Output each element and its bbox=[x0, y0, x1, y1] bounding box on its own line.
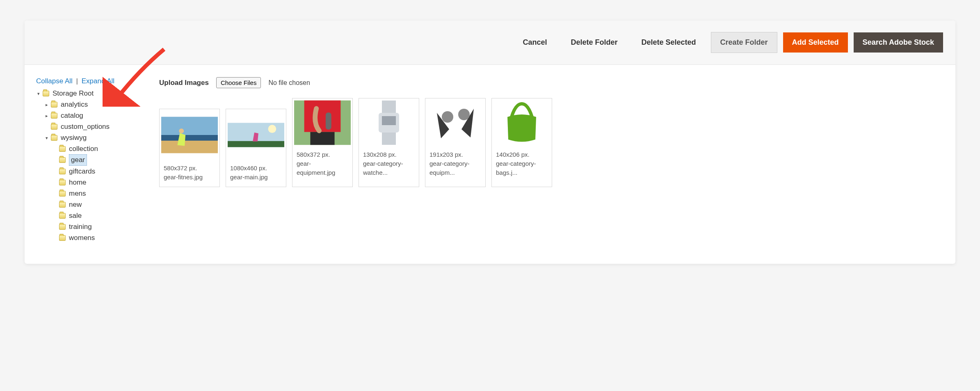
svg-point-16 bbox=[458, 109, 470, 120]
thumbnail-filename: gear-category-watche... bbox=[363, 159, 415, 177]
thumbnail-dimensions: 580x372 px. bbox=[297, 150, 348, 159]
tree-node-collection[interactable]: ▸collection bbox=[53, 144, 98, 154]
tree-node-custom-options[interactable]: ▸ custom_options bbox=[44, 121, 110, 132]
thumbnail-filename: gear-category-equipm... bbox=[429, 159, 481, 177]
thumbnail-item[interactable]: 191x203 px. gear-category-equipm... bbox=[425, 98, 486, 187]
tree-label: gear bbox=[69, 154, 87, 166]
tree-node-gear[interactable]: ▸gear bbox=[53, 154, 87, 166]
expand-all-link[interactable]: Expand All bbox=[82, 77, 114, 85]
expand-icon[interactable]: ▸ bbox=[44, 99, 49, 110]
svg-rect-8 bbox=[304, 101, 341, 132]
thumbnail-filename: gear-equipment.jpg bbox=[297, 159, 348, 177]
create-folder-button[interactable]: Create Folder bbox=[711, 32, 777, 53]
svg-rect-9 bbox=[310, 132, 334, 145]
tree-label: collection bbox=[69, 144, 98, 154]
svg-rect-13 bbox=[382, 116, 396, 125]
tree-label: catalog bbox=[61, 110, 83, 121]
choose-files-button[interactable]: Choose Files bbox=[216, 77, 261, 88]
tree-node-training[interactable]: ▸training bbox=[53, 222, 92, 232]
thumbnail-item[interactable]: 1080x460 px. gear-main.jpg bbox=[226, 109, 286, 187]
upload-row: Upload Images Choose Files No file chose… bbox=[159, 77, 944, 88]
thumbnail-dimensions: 580x372 px. bbox=[164, 164, 215, 173]
svg-point-3 bbox=[179, 128, 184, 133]
folder-icon bbox=[59, 202, 66, 208]
folder-icon bbox=[59, 157, 66, 163]
tree-label: sale bbox=[69, 210, 82, 221]
search-adobe-stock-button[interactable]: Search Adobe Stock bbox=[854, 32, 943, 53]
thumbnail-dimensions: 191x203 px. bbox=[429, 150, 481, 159]
tree-node-new[interactable]: ▸new bbox=[53, 199, 82, 210]
tree-label: training bbox=[69, 222, 92, 232]
svg-rect-11 bbox=[382, 101, 396, 113]
tree-node-catalog[interactable]: ▸ catalog bbox=[44, 110, 83, 121]
folder-icon bbox=[59, 180, 66, 185]
folder-icon bbox=[59, 213, 66, 219]
tree-node-wysiwyg[interactable]: ▾ wysiwyg bbox=[44, 133, 87, 143]
tree-label: giftcards bbox=[69, 166, 95, 177]
media-storage-panel: Cancel Delete Folder Delete Selected Cre… bbox=[25, 21, 955, 264]
thumbnail-image bbox=[226, 109, 286, 160]
delete-selected-button[interactable]: Delete Selected bbox=[632, 32, 705, 53]
sidebar: Collapse All | Expand All ▾ Storage Root bbox=[36, 77, 143, 243]
upload-label: Upload Images bbox=[159, 79, 209, 87]
thumbnail-item[interactable]: 130x208 px. gear-category-watche... bbox=[359, 98, 419, 187]
tree-node-sale[interactable]: ▸sale bbox=[53, 210, 82, 221]
svg-rect-6 bbox=[228, 141, 284, 147]
thumbnail-item[interactable]: 140x206 px. gear-category-bags.j... bbox=[491, 98, 552, 187]
tree-node-womens[interactable]: ▸womens bbox=[53, 233, 95, 243]
thumbnail-image bbox=[160, 109, 219, 160]
toolbar: Cancel Delete Folder Delete Selected Cre… bbox=[25, 21, 955, 65]
collapse-icon[interactable]: ▾ bbox=[36, 88, 41, 99]
svg-rect-2 bbox=[161, 135, 218, 141]
tree-label: new bbox=[69, 199, 82, 210]
tree-label: womens bbox=[69, 233, 95, 243]
tree-node-home[interactable]: ▸home bbox=[53, 177, 87, 188]
folder-icon bbox=[59, 169, 66, 174]
tree-node-analytics[interactable]: ▸ analytics bbox=[44, 99, 88, 110]
thumbnail-dimensions: 1080x460 px. bbox=[230, 164, 282, 173]
thumbnail-filename: gear-category-bags.j... bbox=[496, 159, 548, 177]
svg-rect-10 bbox=[326, 112, 331, 129]
upload-status: No file chosen bbox=[268, 79, 310, 87]
folder-icon bbox=[51, 135, 57, 141]
folder-icon bbox=[51, 102, 57, 107]
svg-rect-1 bbox=[161, 139, 218, 153]
tree-label: wysiwyg bbox=[61, 133, 87, 143]
tree-label: analytics bbox=[61, 99, 88, 110]
svg-rect-14 bbox=[382, 133, 396, 145]
delete-folder-button[interactable]: Delete Folder bbox=[562, 32, 626, 53]
tree-node-storage-root[interactable]: ▾ Storage Root bbox=[36, 88, 94, 99]
tree-label: custom_options bbox=[61, 121, 110, 132]
collapse-icon[interactable]: ▾ bbox=[44, 133, 49, 143]
folder-tree: ▾ Storage Root ▸ analytics bbox=[36, 88, 143, 243]
tree-actions-separator: | bbox=[76, 77, 78, 85]
folder-icon bbox=[59, 146, 66, 152]
cancel-button[interactable]: Cancel bbox=[514, 32, 556, 53]
main-content: Upload Images Choose Files No file chose… bbox=[159, 77, 944, 243]
folder-icon bbox=[51, 124, 57, 130]
thumbnail-grid: 580x372 px. gear-fitnes.jpg bbox=[159, 98, 944, 187]
thumbnail-image bbox=[425, 98, 485, 147]
add-selected-button[interactable]: Add Selected bbox=[783, 32, 848, 53]
folder-icon bbox=[59, 191, 66, 197]
svg-point-5 bbox=[268, 125, 276, 133]
tree-label: home bbox=[69, 177, 87, 188]
tree-actions: Collapse All | Expand All bbox=[36, 77, 143, 85]
tree-node-giftcards[interactable]: ▸giftcards bbox=[53, 166, 95, 177]
folder-icon bbox=[59, 224, 66, 230]
folder-icon bbox=[43, 91, 49, 96]
thumbnail-image bbox=[492, 98, 552, 147]
collapse-all-link[interactable]: Collapse All bbox=[36, 77, 73, 85]
tree-node-mens[interactable]: ▸mens bbox=[53, 188, 86, 199]
thumbnail-dimensions: 130x208 px. bbox=[363, 150, 415, 159]
folder-icon bbox=[51, 113, 57, 119]
expand-icon[interactable]: ▸ bbox=[44, 110, 49, 121]
thumbnail-dimensions: 140x206 px. bbox=[496, 150, 548, 159]
tree-label: Storage Root bbox=[53, 88, 94, 99]
thumbnail-image bbox=[292, 98, 352, 147]
thumbnail-item[interactable]: 580x372 px. gear-equipment.jpg bbox=[292, 98, 353, 187]
thumbnail-image bbox=[359, 98, 419, 147]
tree-label: mens bbox=[69, 188, 86, 199]
thumbnail-item[interactable]: 580x372 px. gear-fitnes.jpg bbox=[159, 109, 220, 187]
folder-icon bbox=[59, 235, 66, 241]
